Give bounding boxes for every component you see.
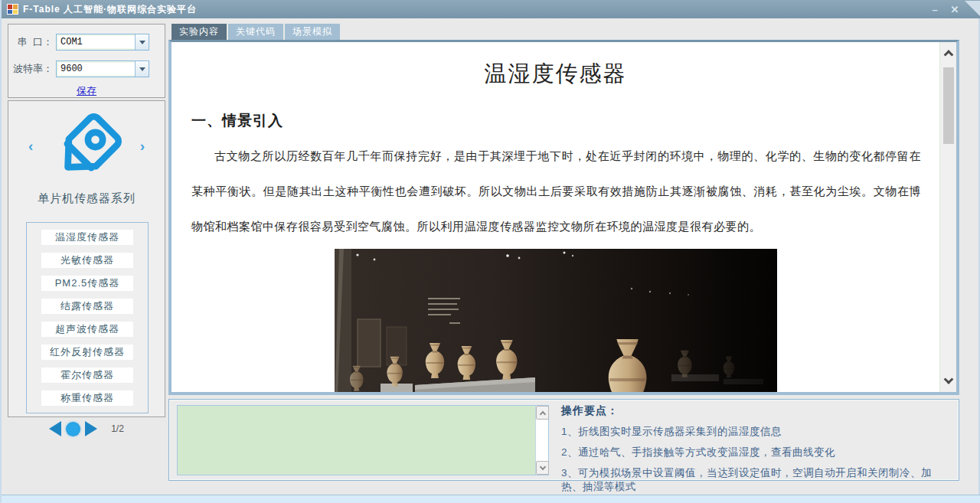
section-heading: 一、情景引入	[191, 111, 939, 131]
article-paragraph: 古文物之所以历经数百年几千年而保持完好，是由于其深埋于地下时，处在近乎封闭的环境…	[191, 139, 921, 244]
sensor-button-temperature-humidity[interactable]: 温湿度传感器	[41, 230, 133, 245]
serial-settings-panel: 串 口： COM1 波特率： 9600 保存	[8, 24, 165, 98]
window-title: F-Table 人工智能·物联网综合实验平台	[23, 3, 197, 16]
article-area: 温湿度传感器 一、情景引入 古文物之所以历经数百年几千年而保持完好，是由于其深埋…	[172, 42, 939, 392]
article-title: 温湿度传感器	[172, 59, 939, 90]
close-button[interactable]: ✕	[945, 0, 965, 18]
tab-scene-simulation[interactable]: 场景模拟	[285, 24, 340, 40]
scrollbar-thumb[interactable]	[943, 67, 954, 144]
baud-rate-label: 波特率：	[8, 62, 56, 76]
titlebar: F-Table 人工智能·物联网综合实验平台 – ✕	[2, 0, 980, 18]
window-bottom-edge	[2, 495, 980, 503]
sensor-button-ultrasonic[interactable]: 超声波传感器	[41, 322, 133, 337]
sensor-button-weighing[interactable]: 称重传感器	[41, 390, 133, 406]
sensor-pager: 1/2	[8, 420, 165, 438]
sensor-button-pm25[interactable]: PM2.5传感器	[41, 276, 133, 291]
points-title: 操作要点：	[561, 404, 951, 418]
dropdown-arrow-icon	[139, 41, 145, 44]
operation-points: 操作要点： 1、折线图实时显示传感器采集到的温湿度信息 2、通过哈气、手指接触等…	[561, 404, 951, 494]
fold-corner-decoration	[965, 1, 980, 18]
scroll-down-icon[interactable]	[943, 374, 953, 384]
museum-artifacts-image	[335, 249, 777, 392]
sensor-series-panel: ‹ › 单片机传感器系列 温湿度传感器 光敏传感器 PM2.5传感器 结露传感器…	[8, 100, 165, 417]
notes-box	[177, 405, 549, 475]
pager-prev-button[interactable]	[49, 421, 61, 436]
baud-rate-combobox[interactable]: 9600	[56, 60, 149, 77]
save-link[interactable]: 保存	[8, 84, 165, 98]
series-title: 单片机传感器系列	[8, 191, 165, 206]
baud-rate-dropdown-button[interactable]	[135, 61, 149, 77]
sensor-button-hall[interactable]: 霍尔传感器	[41, 367, 133, 383]
dropdown-arrow-icon	[139, 67, 145, 71]
tab-experiment-content[interactable]: 实验内容	[172, 24, 227, 40]
serial-port-label: 串 口：	[8, 35, 56, 49]
pager-next-button[interactable]	[85, 421, 97, 436]
serial-port-value: COM1	[57, 34, 135, 50]
sensor-button-photosensitive[interactable]: 光敏传感器	[41, 253, 133, 268]
carousel-next-button[interactable]: ›	[140, 138, 145, 155]
minimize-button[interactable]: –	[925, 0, 945, 18]
page-indicator: 1/2	[111, 423, 124, 434]
tab-key-code[interactable]: 关键代码	[228, 24, 283, 40]
app-window: F-Table 人工智能·物联网综合实验平台 – ✕ 串 口： COM1 波特率…	[0, 0, 980, 503]
notes-textarea[interactable]	[178, 406, 535, 475]
tabbar: 实验内容 关键代码 场景模拟	[172, 24, 340, 40]
serial-port-dropdown-button[interactable]	[135, 34, 149, 50]
tag-icon	[50, 112, 123, 185]
sensor-list: 温湿度传感器 光敏传感器 PM2.5传感器 结露传感器 超声波传感器 红外反射传…	[26, 222, 149, 413]
sensor-button-condensation[interactable]: 结露传感器	[41, 299, 133, 314]
content-panel: 温湿度传感器 一、情景引入 古文物之所以历经数百年几千年而保持完好，是由于其深埋…	[168, 40, 959, 395]
baud-rate-value: 9600	[57, 61, 135, 77]
app-icon	[7, 4, 18, 15]
notes-scroll-up-button[interactable]	[536, 406, 549, 420]
notes-scroll-down-button[interactable]	[536, 461, 549, 475]
bottom-panel: 操作要点： 1、折线图实时显示传感器采集到的温湿度信息 2、通过哈气、手指接触等…	[168, 399, 959, 481]
sensor-button-infrared[interactable]: 红外反射传感器	[41, 345, 133, 360]
pager-dot[interactable]	[66, 422, 80, 436]
point-item: 3、可为模拟场景中设置阈值，当达到设定值时，空调自动开启和关闭制冷、加热、抽湿等…	[561, 466, 951, 494]
carousel-prev-button[interactable]: ‹	[28, 138, 33, 155]
serial-port-combobox[interactable]: COM1	[56, 34, 149, 51]
content-scrollbar[interactable]	[939, 42, 956, 392]
point-item: 1、折线图实时显示传感器采集到的温湿度信息	[561, 425, 951, 439]
scroll-up-icon[interactable]	[943, 50, 953, 60]
point-item: 2、通过哈气、手指接触等方式改变温湿度，查看曲线变化	[561, 446, 951, 459]
notes-scrollbar[interactable]	[535, 406, 548, 475]
